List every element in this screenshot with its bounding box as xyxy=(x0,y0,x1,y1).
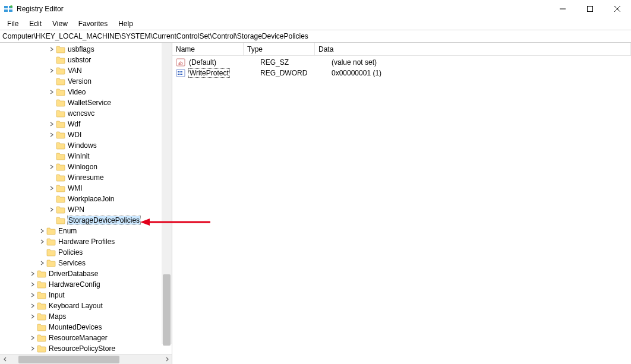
tree-vertical-scrollbar[interactable] xyxy=(162,43,172,344)
menu-file[interactable]: File xyxy=(2,18,23,29)
tree-item-label: VAN xyxy=(68,67,82,75)
values-panel: Name Type Data ab(Default)REG_SZ(value n… xyxy=(172,43,631,364)
scroll-right-button[interactable] xyxy=(162,354,172,365)
tree-item-label: ResourceManager xyxy=(49,334,108,342)
minimize-button[interactable] xyxy=(549,0,576,18)
main-area: usbflagsusbstorVANVersionVideoWalletServ… xyxy=(0,43,631,364)
tree-item[interactable]: WMI xyxy=(0,183,172,194)
tree-item[interactable]: Policies xyxy=(0,247,172,258)
value-row[interactable]: WriteProtectREG_DWORD0x00000001 (1) xyxy=(172,68,631,78)
chevron-right-icon[interactable] xyxy=(38,229,46,233)
svg-rect-3 xyxy=(9,10,12,12)
tree-item[interactable]: Hardware Profiles xyxy=(0,236,172,247)
tree-item[interactable]: Wdf xyxy=(0,119,172,129)
column-header-type[interactable]: Type xyxy=(244,43,315,55)
tree-item[interactable]: Windows xyxy=(0,140,172,151)
tree-item[interactable]: Winresume xyxy=(0,172,172,183)
tree-item[interactable]: ResourcePolicyStore xyxy=(0,343,172,354)
tree-item-label: HardwareConfig xyxy=(49,280,100,289)
tree-item-label: Hardware Profiles xyxy=(58,238,115,246)
tree-item[interactable]: Services xyxy=(0,258,172,268)
tree-item[interactable]: WDI xyxy=(0,129,172,140)
chevron-right-icon[interactable] xyxy=(48,207,56,212)
menu-help[interactable]: Help xyxy=(113,18,138,29)
close-button[interactable] xyxy=(604,0,631,18)
chevron-right-icon[interactable] xyxy=(48,90,56,94)
scrollbar-thumb[interactable] xyxy=(163,274,171,346)
window-controls xyxy=(549,0,631,18)
chevron-right-icon[interactable] xyxy=(29,293,37,297)
tree-horizontal-scrollbar[interactable] xyxy=(0,354,172,364)
scroll-left-button[interactable] xyxy=(0,354,10,365)
svg-rect-14 xyxy=(181,71,182,72)
chevron-right-icon[interactable] xyxy=(29,335,37,340)
tree-item[interactable]: Maps xyxy=(0,311,172,322)
chevron-right-icon[interactable] xyxy=(48,132,56,137)
tree-item-label: Input xyxy=(49,291,65,299)
column-header-name[interactable]: Name xyxy=(172,43,244,55)
menu-edit[interactable]: Edit xyxy=(24,18,46,29)
tree-item[interactable]: usbstor xyxy=(0,55,172,65)
tree-item[interactable]: HardwareConfig xyxy=(0,279,172,290)
tree-item[interactable]: Keyboard Layout xyxy=(0,300,172,311)
address-bar[interactable]: Computer\HKEY_LOCAL_MACHINE\SYSTEM\Curre… xyxy=(0,30,631,43)
chevron-right-icon[interactable] xyxy=(48,47,56,52)
tree-item[interactable]: WorkplaceJoin xyxy=(0,194,172,204)
tree-item[interactable]: Enum xyxy=(0,226,172,236)
tree-item-label: wcncsvc xyxy=(68,109,94,118)
tree-item[interactable]: StorageDevicePolicies xyxy=(0,215,172,226)
values-list[interactable]: ab(Default)REG_SZ(value not set)WritePro… xyxy=(172,56,631,78)
tree-item[interactable]: wcncsvc xyxy=(0,108,172,119)
chevron-right-icon[interactable] xyxy=(48,164,56,169)
chevron-right-icon[interactable] xyxy=(29,314,37,319)
chevron-right-icon[interactable] xyxy=(29,346,37,351)
scrollbar-thumb[interactable] xyxy=(18,356,119,363)
tree-item[interactable]: WPN xyxy=(0,204,172,215)
maximize-button[interactable] xyxy=(576,0,604,18)
tree-item[interactable]: Version xyxy=(0,76,172,87)
svg-text:ab: ab xyxy=(178,61,183,66)
chevron-right-icon[interactable] xyxy=(29,271,37,276)
tree-item[interactable]: WinInit xyxy=(0,151,172,162)
chevron-right-icon[interactable] xyxy=(29,303,37,308)
column-header-data[interactable]: Data xyxy=(315,43,631,55)
tree-item[interactable]: ResourceManager xyxy=(0,333,172,343)
tree-item[interactable]: usbflags xyxy=(0,44,172,55)
svg-rect-0 xyxy=(4,6,8,8)
chevron-right-icon[interactable] xyxy=(48,122,56,126)
chevron-right-icon[interactable] xyxy=(38,239,46,244)
chevron-right-icon[interactable] xyxy=(29,282,37,287)
window-title: Registry Editor xyxy=(17,5,64,13)
tree-item-label: Wdf xyxy=(68,120,80,128)
tree-panel: usbflagsusbstorVANVersionVideoWalletServ… xyxy=(0,43,172,364)
svg-rect-2 xyxy=(4,10,8,12)
tree-item-label: Winlogon xyxy=(68,163,97,171)
chevron-right-icon[interactable] xyxy=(48,68,56,73)
tree-item-label: Windows xyxy=(68,141,97,150)
value-row[interactable]: ab(Default)REG_SZ(value not set) xyxy=(172,57,631,68)
address-path: Computer\HKEY_LOCAL_MACHINE\SYSTEM\Curre… xyxy=(2,32,308,40)
tree-item[interactable]: Video xyxy=(0,87,172,97)
chevron-right-icon[interactable] xyxy=(48,186,56,191)
title-bar: Registry Editor xyxy=(0,0,631,18)
tree-item[interactable]: MountedDevices xyxy=(0,322,172,333)
tree-item[interactable]: VAN xyxy=(0,65,172,76)
tree-item-label: usbflags xyxy=(68,45,94,53)
menu-favorites[interactable]: Favorites xyxy=(74,18,112,29)
tree-item[interactable]: Input xyxy=(0,290,172,300)
tree-item-label: WMI xyxy=(68,184,83,192)
value-data: (value not set) xyxy=(328,58,631,67)
value-name: WriteProtect xyxy=(189,69,229,77)
chevron-right-icon[interactable] xyxy=(38,261,46,265)
svg-rect-6 xyxy=(588,7,593,12)
value-type: REG_DWORD xyxy=(257,69,328,77)
tree-item[interactable]: DriverDatabase xyxy=(0,268,172,279)
tree-item[interactable]: Winlogon xyxy=(0,162,172,172)
tree-item-label: WDI xyxy=(68,131,81,139)
svg-rect-16 xyxy=(179,74,181,75)
tree-item-label: Video xyxy=(68,88,86,96)
menu-view[interactable]: View xyxy=(48,18,72,29)
registry-tree[interactable]: usbflagsusbstorVANVersionVideoWalletServ… xyxy=(0,43,172,354)
tree-item[interactable]: WalletService xyxy=(0,97,172,108)
regedit-icon xyxy=(4,4,13,14)
